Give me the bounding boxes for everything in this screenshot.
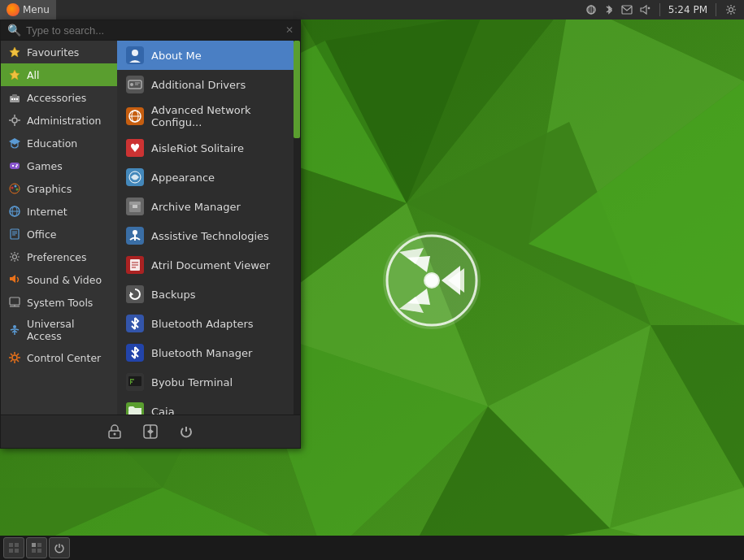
backups-label: Backups [151,289,195,301]
category-sidebar: Favourites All Accessories [1,41,117,415]
atril-label: Atril Document Viewer [151,259,270,271]
graphics-icon [7,181,22,196]
appearance-label: Appearance [151,171,215,184]
search-clear-button[interactable]: ✕ [285,24,294,36]
svg-point-47 [12,118,17,123]
sidebar-item-sound-video[interactable]: Sound & Video [1,268,117,291]
sidebar-item-accessories[interactable]: Accessories [1,86,117,109]
sidebar-item-graphics[interactable]: Graphics [1,177,117,200]
panel-separator [659,3,660,16]
sidebar-item-office[interactable]: Office [1,223,117,245]
svg-point-77 [132,50,138,56]
app-item-about-me[interactable]: About Me [117,41,294,70]
workspace-switch-button-1[interactable] [3,537,24,558]
sidebar-item-education[interactable]: Education [1,132,117,154]
sidebar-item-system-tools[interactable]: System Tools [1,291,117,314]
app-list-scrollbar[interactable] [294,41,300,415]
mail-icon[interactable] [620,3,633,16]
sidebar-item-games[interactable]: Games [1,154,117,177]
assistive-tech-label: Assistive Technologies [151,230,269,242]
byobu-label: Byobu Terminal [151,376,233,389]
svg-rect-112 [130,379,131,384]
bluetooth-icon[interactable] [603,3,616,16]
sidebar-item-all[interactable]: All [1,63,117,86]
top-panel: Menu 5:24 PM [0,0,744,20]
internet-label: Internet [27,206,67,218]
education-label: Education [27,137,77,150]
settings-icon[interactable] [724,3,737,16]
app-item-atril[interactable]: Atril Document Viewer [117,250,294,280]
svg-rect-126 [15,549,19,553]
svg-rect-35 [622,6,632,14]
menu-button[interactable]: Menu [0,0,56,20]
svg-rect-71 [10,297,20,305]
app-item-bluetooth-manager[interactable]: Bluetooth Manager [117,338,294,367]
svg-rect-130 [37,549,41,553]
app-item-assistive-tech[interactable]: Assistive Technologies [117,221,294,250]
sidebar-item-universal-access[interactable]: Universal Access [1,314,117,346]
sidebar-item-favourites[interactable]: Favourites [1,41,117,63]
svg-rect-128 [37,543,41,547]
svg-rect-104 [126,285,144,303]
app-item-byobu[interactable]: Byobu Terminal [117,367,294,397]
system-tools-icon [7,295,22,310]
svg-point-57 [15,166,17,167]
assistive-tech-icon [125,226,145,245]
advanced-network-icon [125,106,145,126]
svg-rect-129 [32,549,36,553]
app-list: About Me Additional Drivers Advanced Net… [117,41,294,415]
about-me-label: About Me [151,50,202,62]
sidebar-item-administration[interactable]: Administration [1,109,117,132]
advanced-network-label: Advanced Network Configu... [151,104,285,128]
accessories-icon [7,90,22,105]
svg-point-31 [425,274,438,287]
app-item-advanced-network[interactable]: Advanced Network Configu... [117,99,294,133]
sidebar-item-control-center[interactable]: Control Center [1,346,117,369]
power-button[interactable] [49,537,70,558]
clock: 5:24 PM [668,4,707,15]
control-center-icon [7,350,22,365]
app-item-bluetooth-adapters[interactable]: Bluetooth Adapters [117,309,294,338]
svg-rect-124 [15,543,19,547]
app-item-aisleriot[interactable]: ♥ AisleRiot Solitaire [117,133,294,163]
menu-label: Menu [23,4,50,15]
favourites-icon [7,45,22,59]
volume-muted-icon[interactable] [638,3,651,16]
caja-label: Caja [151,406,175,415]
additional-drivers-label: Additional Drivers [151,79,246,91]
network-icon[interactable] [585,3,598,16]
svg-marker-40 [10,47,20,57]
games-icon [7,158,22,173]
preferences-icon [7,250,22,264]
lock-screen-button[interactable] [103,420,126,443]
app-item-backups[interactable]: Backups [117,280,294,309]
universal-access-label: Universal Access [27,318,111,342]
sidebar-item-preferences[interactable]: Preferences [1,245,117,268]
aisleriot-icon: ♥ [125,138,145,158]
byobu-icon [125,372,145,392]
favourites-label: Favourites [27,46,79,59]
education-icon [7,136,22,150]
sidebar-item-internet[interactable]: Internet [1,200,117,223]
search-bar: 🔍 ✕ [1,20,300,41]
bluetooth-adapters-label: Bluetooth Adapters [151,318,254,330]
svg-marker-36 [641,6,646,14]
app-item-appearance[interactable]: Appearance [117,163,294,192]
svg-point-60 [15,185,17,188]
svg-point-118 [114,433,116,436]
shutdown-button[interactable] [175,420,198,443]
taskbar-left [0,536,73,560]
app-item-additional-drivers[interactable]: Additional Drivers [117,70,294,99]
archive-manager-label: Archive Manager [151,201,241,213]
panel-separator-2 [716,3,716,16]
search-input[interactable] [26,24,281,37]
workspace-switch-button-2[interactable] [26,537,47,558]
archive-manager-icon [125,197,145,216]
app-item-archive-manager[interactable]: Archive Manager [117,192,294,221]
scrollbar-thumb[interactable] [294,41,300,138]
svg-rect-45 [14,98,15,100]
switch-user-button[interactable] [139,420,162,443]
svg-point-58 [10,184,20,193]
svg-marker-41 [10,70,20,80]
app-item-caja[interactable]: Caja [117,397,294,415]
